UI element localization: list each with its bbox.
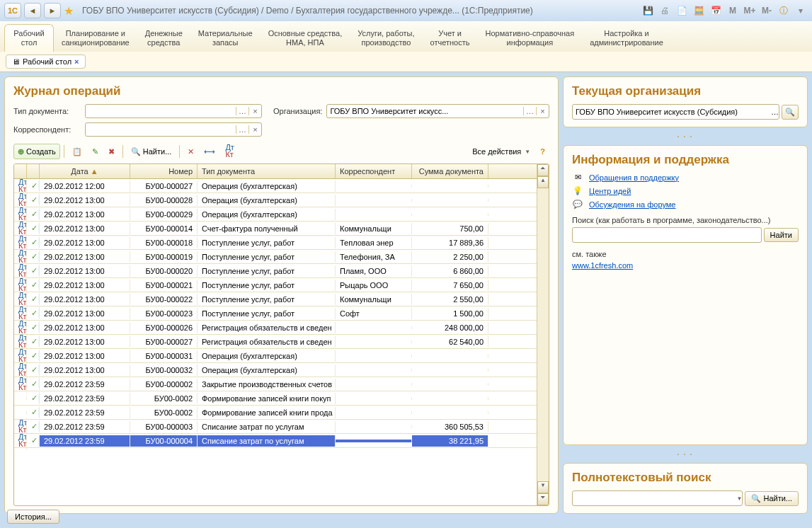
info-icon[interactable]: ⓘ xyxy=(777,4,791,18)
date-range-button[interactable]: ⟷ xyxy=(200,144,219,159)
journal-panel: Журнал операций Тип документа: … × Орган… xyxy=(4,76,559,514)
memory-mplus[interactable]: M+ xyxy=(743,4,757,18)
close-tab-icon[interactable]: × xyxy=(74,57,79,66)
section-tab-2[interactable]: Денежныесредства xyxy=(137,24,190,52)
clear-filter-button[interactable]: ✕ xyxy=(183,144,198,159)
table-row[interactable]: ДтКт✓📄29.02.2012 13:00БУ00-000014Счет-фа… xyxy=(14,222,537,236)
table-row[interactable]: ДтКт✓📄29.02.2012 13:00БУ00-000020Поступл… xyxy=(14,264,537,278)
clear-filter-icon: ✕ xyxy=(188,147,194,156)
help-button[interactable]: ? xyxy=(536,144,549,159)
history-button[interactable]: История... xyxy=(7,510,59,524)
clear-icon[interactable]: × xyxy=(248,107,261,115)
resize-grip[interactable]: • • • xyxy=(563,451,808,457)
info-link[interactable]: ✉Обращения в поддержку xyxy=(572,173,799,182)
table-row[interactable]: ✓📄29.02.2012 23:59БУ00-0002Формирование … xyxy=(14,391,537,406)
scroll-bottom-icon[interactable]: ⏷ xyxy=(537,493,549,505)
select-icon[interactable]: … xyxy=(771,108,779,116)
col-sum[interactable]: Сумма документа xyxy=(412,164,488,178)
copy-button[interactable]: 📋 xyxy=(68,144,86,159)
all-actions-button[interactable]: Все действия ▼ xyxy=(468,144,534,159)
table-row[interactable]: ДтКт✓📄29.02.2012 13:00БУ00-000026Регистр… xyxy=(14,321,537,335)
workspace-tab-desktop[interactable]: 🖥 Рабочий стол × xyxy=(6,54,86,69)
current-org-input[interactable]: … xyxy=(572,104,779,120)
col-num[interactable]: Номер xyxy=(130,164,198,178)
col-corr[interactable]: Корреспондент xyxy=(336,164,412,178)
memory-m[interactable]: M xyxy=(726,4,740,18)
save-icon[interactable]: 💾 xyxy=(641,4,655,18)
table-row[interactable]: ДтКт✓📄29.02.2012 23:59БУ00-000004Списани… xyxy=(14,434,537,448)
fulltext-panel: Полнотекстовый поиск ▼ 🔍 Найти... xyxy=(563,463,808,514)
table-body[interactable]: ДтКт✓📄29.02.2012 12:00БУ00-000027Операци… xyxy=(14,179,537,505)
journal-toolbar: ⊕ Создать 📋 ✎ ✖ 🔍 Найти... ✕ ⟷ ДтКт Все … xyxy=(13,144,549,159)
scroll-up-icon[interactable]: ▲ xyxy=(537,176,549,188)
info-link[interactable]: 💡Центр идей xyxy=(572,186,799,195)
logo-1c[interactable]: 1С xyxy=(4,3,21,18)
org-search-button[interactable]: 🔍 xyxy=(782,105,799,120)
fulltext-input[interactable]: ▼ xyxy=(572,490,743,506)
edit-button[interactable]: ✎ xyxy=(88,144,103,159)
section-tab-5[interactable]: Услуги, работы,производство xyxy=(350,24,422,52)
info-title: Информация и поддержка xyxy=(572,153,799,167)
dtkt-button[interactable]: ДтКт xyxy=(221,144,239,159)
org-input[interactable]: … × xyxy=(326,104,549,118)
memory-mminus[interactable]: M- xyxy=(760,4,774,18)
table-row[interactable]: ДтКт✓📄29.02.2012 13:00БУ00-000028Операци… xyxy=(14,193,537,207)
table-row[interactable]: ДтКт✓📄29.02.2012 13:00БУ00-000023Поступл… xyxy=(14,306,537,321)
resize-grip[interactable]: • • • xyxy=(563,133,808,139)
table-row[interactable]: ДтКт✓📄29.02.2012 13:00БУ00-000032Операци… xyxy=(14,363,537,377)
see-also-label: см. также xyxy=(572,250,799,258)
scroll-down-icon[interactable]: ▼ xyxy=(537,481,549,493)
clear-icon[interactable]: × xyxy=(536,107,549,115)
forward-button[interactable]: ► xyxy=(44,3,61,18)
find-button[interactable]: 🔍 Найти... xyxy=(127,144,176,159)
chevron-down-icon[interactable]: ▼ xyxy=(736,495,742,502)
select-icon[interactable]: … xyxy=(523,107,536,115)
info-find-button[interactable]: Найти xyxy=(764,228,799,242)
col-type[interactable]: Тип документа xyxy=(198,164,336,178)
info-link[interactable]: 💬Обсуждения на форуме xyxy=(572,200,799,209)
vertical-scrollbar[interactable]: ⏶ ▲ ▼ ⏷ xyxy=(537,164,549,505)
fresh-link[interactable]: www.1cfresh.com xyxy=(572,261,633,270)
section-tab-7[interactable]: Нормативно-справочнаяинформация xyxy=(477,24,582,52)
info-search-input[interactable] xyxy=(572,227,762,243)
doc-icon[interactable]: 📄 xyxy=(675,4,689,18)
favorite-icon[interactable]: ★ xyxy=(64,4,74,18)
table-row[interactable]: ДтКт✓📄29.02.2012 13:00БУ00-000022Поступл… xyxy=(14,292,537,306)
scroll-top-icon[interactable]: ⏶ xyxy=(537,164,549,176)
section-tab-8[interactable]: Настройка иадминистрирование xyxy=(582,24,671,52)
search-icon: 🔍 xyxy=(131,147,141,156)
select-icon[interactable]: … xyxy=(236,107,248,115)
calendar-icon[interactable]: 📅 xyxy=(709,4,723,18)
table-row[interactable]: ДтКт✓📄29.02.2012 13:00БУ00-000027Регистр… xyxy=(14,335,537,349)
print-icon[interactable]: 🖨 xyxy=(658,4,672,18)
corr-input[interactable]: … × xyxy=(85,122,262,137)
table-row[interactable]: ДтКт✓📄29.02.2012 13:00БУ00-000029Операци… xyxy=(14,207,537,222)
section-tab-6[interactable]: Учет иотчетность xyxy=(423,24,478,52)
section-tab-1[interactable]: Планирование исанкционирование xyxy=(54,24,137,52)
dropdown-icon[interactable]: ▾ xyxy=(794,4,808,18)
col-date[interactable]: Дата ▲ xyxy=(40,164,130,178)
journal-title: Журнал операций xyxy=(13,84,549,98)
section-tab-3[interactable]: Материальныезапасы xyxy=(190,24,261,52)
doc-type-input[interactable]: … × xyxy=(85,104,262,118)
fulltext-find-button[interactable]: 🔍 Найти... xyxy=(745,491,799,506)
info-panel: Информация и поддержка ✉Обращения в подд… xyxy=(563,145,808,445)
delete-button[interactable]: ✖ xyxy=(104,144,119,159)
table-row[interactable]: ДтКт✓📄29.02.2012 13:00БУ00-000021Поступл… xyxy=(14,278,537,292)
section-tab-4[interactable]: Основные средства,НМА, НПА xyxy=(261,24,350,52)
table-row[interactable]: ДтКт✓📄29.02.2012 13:00БУ00-000018Поступл… xyxy=(14,236,537,250)
table-row[interactable]: ✓📄29.02.2012 23:59БУ00-0002Формирование … xyxy=(14,406,537,420)
table-row[interactable]: ДтКт✓📄29.02.2012 23:59БУ00-000002Закрыти… xyxy=(14,377,537,391)
create-button[interactable]: ⊕ Создать xyxy=(13,144,60,159)
clear-icon[interactable]: × xyxy=(248,125,261,134)
calc-icon[interactable]: 🧮 xyxy=(692,4,706,18)
section-tabs: РабочийстолПланирование исанкционировани… xyxy=(0,21,812,52)
table-row[interactable]: ДтКт✓📄29.02.2012 12:00БУ00-000027Операци… xyxy=(14,179,537,193)
table-row[interactable]: ДтКт✓📄29.02.2012 13:00БУ00-000031Операци… xyxy=(14,349,537,363)
back-button[interactable]: ◄ xyxy=(24,3,41,18)
section-tab-0[interactable]: Рабочийстол xyxy=(4,24,54,52)
link-icon: ✉ xyxy=(572,173,583,182)
select-icon[interactable]: … xyxy=(236,125,248,134)
table-row[interactable]: ДтКт✓📄29.02.2012 13:00БУ00-000019Поступл… xyxy=(14,250,537,264)
table-row[interactable]: ДтКт✓📄29.02.2012 23:59БУ00-000003Списани… xyxy=(14,420,537,434)
